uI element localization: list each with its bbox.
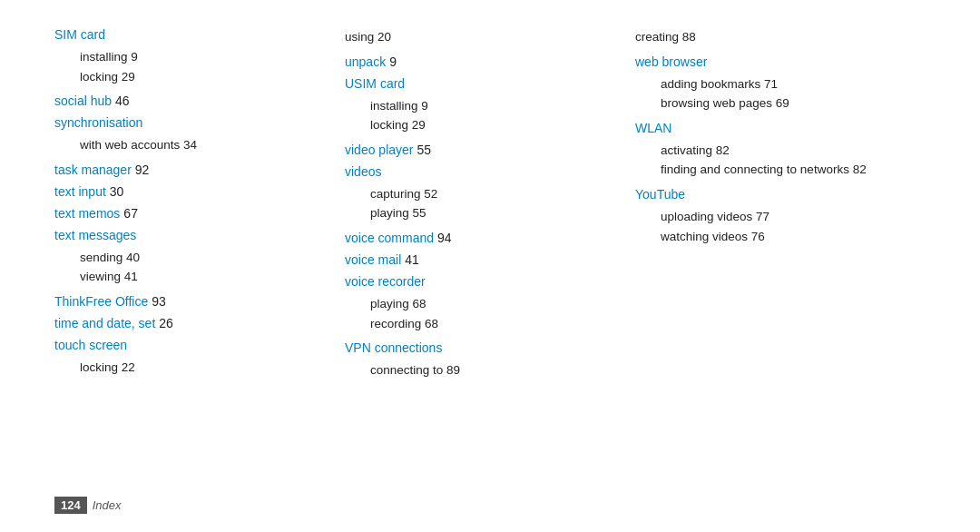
entry-line: text input30 (54, 184, 327, 199)
entry-page-number: 92 (135, 163, 150, 177)
entry-line: text memos67 (54, 206, 327, 221)
entry-link[interactable]: voice command (345, 231, 434, 245)
entry-plain: creating 88 (635, 30, 696, 44)
sub-entry: adding bookmarks 71 (635, 74, 907, 94)
entry-link[interactable]: videos (345, 164, 381, 179)
entry-page-number: 9 (389, 54, 397, 69)
entry-page-number: 26 (159, 316, 173, 330)
entry-page-number: 93 (152, 294, 166, 309)
sub-entry: locking 29 (54, 67, 327, 87)
entry-line: voice command94 (345, 231, 617, 245)
column-1: using 20unpack9USIM cardinstalling 9lock… (345, 27, 635, 388)
index-entry: voice recorderplaying 68recording 68 (345, 274, 617, 333)
sub-entry: installing 9 (54, 47, 327, 67)
index-entry: videoscapturing 52playing 55 (345, 164, 617, 223)
entry-link[interactable]: text memos (54, 206, 120, 221)
entry-page-number: 30 (110, 184, 124, 199)
entry-link[interactable]: time and date, set (54, 316, 155, 330)
entry-link[interactable]: social hub (54, 94, 112, 108)
entry-line: ThinkFree Office93 (54, 294, 327, 309)
entry-line: voice mail41 (345, 252, 617, 267)
sub-entry: with web accounts 34 (54, 135, 327, 155)
index-entry: YouTubeuploading videos 77watching video… (635, 187, 907, 246)
index-entry: synchronisationwith web accounts 34 (54, 115, 327, 155)
entry-link[interactable]: SIM card (54, 27, 105, 42)
entry-line: using 20 (345, 27, 617, 47)
sub-entry: installing 9 (345, 96, 617, 116)
index-entry: voice mail41 (345, 252, 617, 267)
sub-entry: browsing web pages 69 (635, 94, 907, 113)
entry-page-number: 55 (417, 143, 432, 157)
index-entry: text messagessending 40viewing 41 (54, 228, 327, 287)
entry-line: synchronisation (54, 115, 327, 130)
entry-link[interactable]: VPN connections (345, 340, 442, 355)
sub-entry: watching videos 76 (635, 227, 907, 247)
entry-line: social hub46 (54, 94, 327, 108)
sub-entry: capturing 52 (345, 184, 617, 204)
entry-line: touch screen (54, 338, 327, 352)
entry-link[interactable]: touch screen (54, 338, 127, 352)
footer-number: 124 (54, 497, 87, 514)
entry-link[interactable]: synchronisation (54, 115, 142, 130)
entry-line: video player55 (345, 143, 617, 157)
entry-line: unpack9 (345, 54, 617, 69)
entry-line: YouTube (635, 187, 907, 202)
index-entry: touch screenlocking 22 (54, 338, 327, 378)
entry-page-number: 67 (123, 206, 138, 221)
entry-line: SIM card (54, 27, 327, 42)
sub-entry: locking 22 (54, 358, 327, 378)
entry-line: task manager92 (54, 163, 327, 177)
index-entry: task manager92 (54, 163, 327, 177)
entry-link[interactable]: web browser (635, 54, 707, 69)
entry-link[interactable]: voice recorder (345, 274, 426, 289)
entry-link[interactable]: USIM card (345, 76, 405, 91)
index-entry: ThinkFree Office93 (54, 294, 327, 309)
index-entry: time and date, set26 (54, 316, 327, 330)
index-entry: voice command94 (345, 231, 617, 245)
entry-link[interactable]: voice mail (345, 252, 401, 267)
column-2: creating 88web browseradding bookmarks 7… (635, 27, 926, 388)
index-entry: VPN connectionsconnecting to 89 (345, 340, 617, 380)
entry-line: videos (345, 164, 617, 179)
index-entry: web browseradding bookmarks 71browsing w… (635, 54, 907, 113)
sub-entry: connecting to 89 (345, 360, 617, 380)
page: SIM cardinstalling 9locking 29social hub… (0, 0, 980, 532)
index-entry: unpack9 (345, 54, 617, 69)
entry-line: time and date, set26 (54, 316, 327, 330)
index-entry: text memos67 (54, 206, 327, 221)
entry-page-number: 46 (115, 94, 130, 108)
index-entry: SIM cardinstalling 9locking 29 (54, 27, 327, 86)
entry-link[interactable]: task manager (54, 163, 132, 177)
entry-line: text messages (54, 228, 327, 242)
column-0: SIM cardinstalling 9locking 29social hub… (54, 27, 345, 388)
sub-entry: uploading videos 77 (635, 207, 907, 227)
entry-line: creating 88 (635, 27, 907, 47)
entry-page-number: 41 (405, 252, 419, 267)
entry-link[interactable]: text messages (54, 228, 136, 242)
index-entry: using 20 (345, 27, 617, 47)
entry-plain: using 20 (345, 30, 391, 44)
entry-line: VPN connections (345, 340, 617, 355)
sub-entry: sending 40 (54, 248, 327, 268)
sub-entry: finding and connecting to networks 82 (635, 160, 907, 180)
entry-link[interactable]: WLAN (635, 121, 671, 135)
sub-entry: playing 55 (345, 203, 617, 223)
footer: 124 Index (54, 497, 122, 514)
entry-line: voice recorder (345, 274, 617, 289)
entry-link[interactable]: YouTube (635, 187, 685, 202)
entry-link[interactable]: video player (345, 143, 414, 157)
sub-entry: locking 29 (345, 115, 617, 135)
entry-line: USIM card (345, 76, 617, 91)
index-entry: creating 88 (635, 27, 907, 47)
index-entry: USIM cardinstalling 9locking 29 (345, 76, 617, 135)
entry-line: web browser (635, 54, 907, 69)
sub-entry: playing 68 (345, 294, 617, 314)
entry-line: WLAN (635, 121, 907, 135)
footer-label: Index (93, 498, 122, 512)
entry-link[interactable]: ThinkFree Office (54, 294, 148, 309)
sub-entry: viewing 41 (54, 267, 327, 287)
index-entry: social hub46 (54, 94, 327, 108)
entry-link[interactable]: unpack (345, 54, 386, 69)
index-entry: video player55 (345, 143, 617, 157)
entry-link[interactable]: text input (54, 184, 106, 199)
